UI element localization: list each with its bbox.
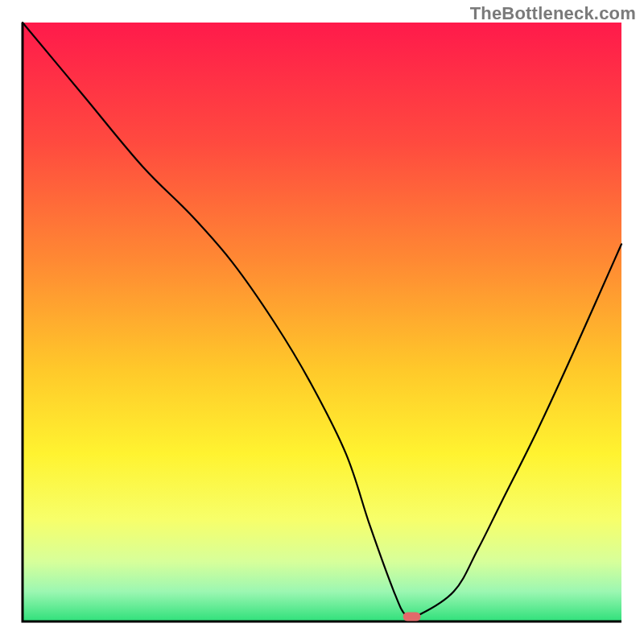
bottleneck-chart [0, 0, 644, 644]
watermark-text: TheBottleneck.com [470, 3, 636, 24]
bottleneck-marker [403, 613, 421, 621]
chart-container: TheBottleneck.com [0, 0, 644, 644]
plot-background [23, 23, 621, 621]
